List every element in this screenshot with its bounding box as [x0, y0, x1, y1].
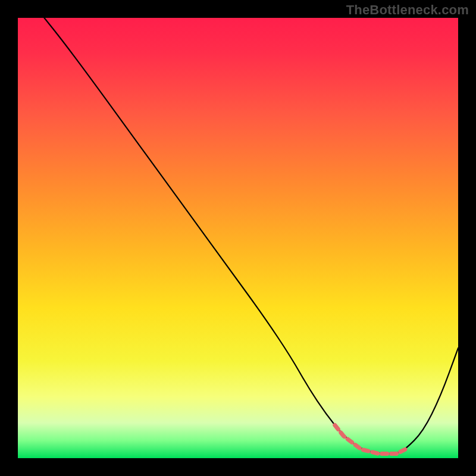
chart-frame: TheBottleneck.com	[0, 0, 476, 476]
plot-area	[18, 18, 458, 458]
watermark-text: TheBottleneck.com	[346, 2, 469, 18]
bottleneck-curve	[18, 18, 458, 458]
curve-path	[44, 18, 458, 454]
curve-highlight	[335, 425, 405, 454]
